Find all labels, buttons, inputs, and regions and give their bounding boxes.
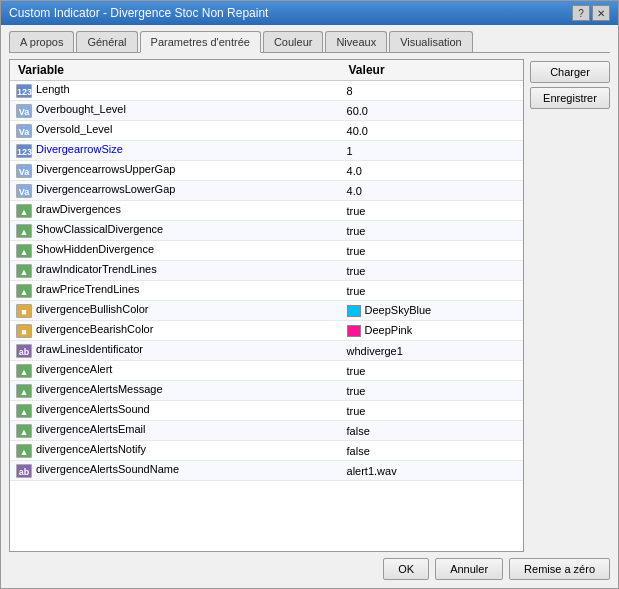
variable-name: Overbought_Level [36, 103, 126, 115]
sidebar-buttons: Charger Enregistrer [530, 59, 610, 552]
value-text: true [347, 265, 366, 277]
variable-name: divergenceAlertsSound [36, 403, 150, 415]
color-swatch [347, 305, 361, 317]
value-text: alert1.wav [347, 465, 397, 477]
parameters-table-container: Variable Valeur 123Length8VaOverbought_L… [9, 59, 524, 552]
value-text: DeepSkyBlue [365, 304, 432, 316]
cell-variable: 123Length [10, 81, 341, 101]
bool-icon: ▲ [16, 444, 32, 458]
variable-name: Oversold_Level [36, 123, 112, 135]
enregistrer-button[interactable]: Enregistrer [530, 87, 610, 109]
value-text: false [347, 425, 370, 437]
table-row[interactable]: VaDivergencearrowsLowerGap4.0 [10, 181, 523, 201]
value-text: false [347, 445, 370, 457]
close-button[interactable]: ✕ [592, 5, 610, 21]
column-header-valeur: Valeur [341, 60, 523, 81]
value-text: true [347, 385, 366, 397]
tab-apropos[interactable]: A propos [9, 31, 74, 52]
table-row[interactable]: ▲drawPriceTrendLinestrue [10, 281, 523, 301]
str-icon: ab [16, 344, 32, 358]
cell-value: true [341, 281, 523, 301]
variable-name: drawLinesIdentificator [36, 343, 143, 355]
value-text: true [347, 285, 366, 297]
color-icon: ■ [16, 324, 32, 338]
table-row[interactable]: ■divergenceBullishColorDeepSkyBlue [10, 301, 523, 321]
cell-value: 1 [341, 141, 523, 161]
bool-icon: ▲ [16, 404, 32, 418]
tab-parametres[interactable]: Parametres d'entrée [140, 31, 261, 53]
table-row[interactable]: ▲divergenceAlertsEmailfalse [10, 421, 523, 441]
cell-variable: ▲divergenceAlert [10, 361, 341, 381]
value-text: 8 [347, 85, 353, 97]
cell-variable: VaDivergencearrowsLowerGap [10, 181, 341, 201]
cell-variable: ▲divergenceAlertsMessage [10, 381, 341, 401]
title-bar: Custom Indicator - Divergence Stoc Non R… [1, 1, 618, 25]
tab-couleur[interactable]: Couleur [263, 31, 324, 52]
tab-niveaux[interactable]: Niveaux [325, 31, 387, 52]
table-row[interactable]: abdivergenceAlertsSoundNamealert1.wav [10, 461, 523, 481]
cell-value: true [341, 381, 523, 401]
annuler-button[interactable]: Annuler [435, 558, 503, 580]
value-text: true [347, 405, 366, 417]
table-row[interactable]: abdrawLinesIdentificatorwhdiverge1 [10, 341, 523, 361]
variable-name: divergenceAlertsSoundName [36, 463, 179, 475]
table-row[interactable]: ■divergenceBearishColorDeepPink [10, 321, 523, 341]
table-row[interactable]: ▲ShowHiddenDivergencetrue [10, 241, 523, 261]
bool-icon: ▲ [16, 424, 32, 438]
variable-name: divergenceAlertsEmail [36, 423, 145, 435]
bool-icon: ▲ [16, 284, 32, 298]
table-row[interactable]: ▲divergenceAlertsSoundtrue [10, 401, 523, 421]
variable-name: divergenceAlertsMessage [36, 383, 163, 395]
value-text: 40.0 [347, 125, 368, 137]
cell-variable: ▲ShowClassicalDivergence [10, 221, 341, 241]
table-row[interactable]: ▲drawDivergencestrue [10, 201, 523, 221]
cell-value: whdiverge1 [341, 341, 523, 361]
value-text: true [347, 245, 366, 257]
cell-value: 8 [341, 81, 523, 101]
variable-name: ShowHiddenDivergence [36, 243, 154, 255]
variable-name: divergenceBearishColor [36, 323, 153, 335]
table-row[interactable]: 123DivergearrowSize1 [10, 141, 523, 161]
table-row[interactable]: ▲divergenceAlertsMessagetrue [10, 381, 523, 401]
variable-name: Length [36, 83, 70, 95]
tab-visualisation[interactable]: Visualisation [389, 31, 473, 52]
value-text: true [347, 205, 366, 217]
charger-button[interactable]: Charger [530, 61, 610, 83]
variable-name: divergenceAlertsNotify [36, 443, 146, 455]
tab-general[interactable]: Général [76, 31, 137, 52]
table-row[interactable]: ▲ShowClassicalDivergencetrue [10, 221, 523, 241]
bool-icon: ▲ [16, 364, 32, 378]
help-button[interactable]: ? [572, 5, 590, 21]
table-row[interactable]: ▲divergenceAlertsNotifyfalse [10, 441, 523, 461]
table-row[interactable]: ▲drawIndicatorTrendLinestrue [10, 261, 523, 281]
table-row[interactable]: VaOversold_Level40.0 [10, 121, 523, 141]
ok-button[interactable]: OK [383, 558, 429, 580]
variable-name: ShowClassicalDivergence [36, 223, 163, 235]
table-row[interactable]: ▲divergenceAlerttrue [10, 361, 523, 381]
table-row[interactable]: VaOverbought_Level60.0 [10, 101, 523, 121]
remise-button[interactable]: Remise a zéro [509, 558, 610, 580]
cell-variable: ▲divergenceAlertsNotify [10, 441, 341, 461]
value-text: 4.0 [347, 165, 362, 177]
value-text: DeepPink [365, 324, 413, 336]
color-swatch [347, 325, 361, 337]
cell-variable: ■divergenceBearishColor [10, 321, 341, 341]
main-area: Variable Valeur 123Length8VaOverbought_L… [9, 59, 610, 552]
cell-variable: VaDivergencearrowsUpperGap [10, 161, 341, 181]
value-text: true [347, 225, 366, 237]
val-icon: Va [16, 124, 32, 138]
cell-variable: VaOversold_Level [10, 121, 341, 141]
cell-value: DeepPink [341, 321, 523, 341]
value-text: 4.0 [347, 185, 362, 197]
cell-variable: ▲drawIndicatorTrendLines [10, 261, 341, 281]
table-row[interactable]: VaDivergencearrowsUpperGap4.0 [10, 161, 523, 181]
color-icon: ■ [16, 304, 32, 318]
variable-name: DivergencearrowsUpperGap [36, 163, 175, 175]
value-text: 1 [347, 145, 353, 157]
cell-value: true [341, 261, 523, 281]
cell-variable: ▲divergenceAlertsSound [10, 401, 341, 421]
cell-value: true [341, 241, 523, 261]
variable-name: DivergearrowSize [36, 143, 123, 155]
table-row[interactable]: 123Length8 [10, 81, 523, 101]
variable-name: divergenceBullishColor [36, 303, 149, 315]
